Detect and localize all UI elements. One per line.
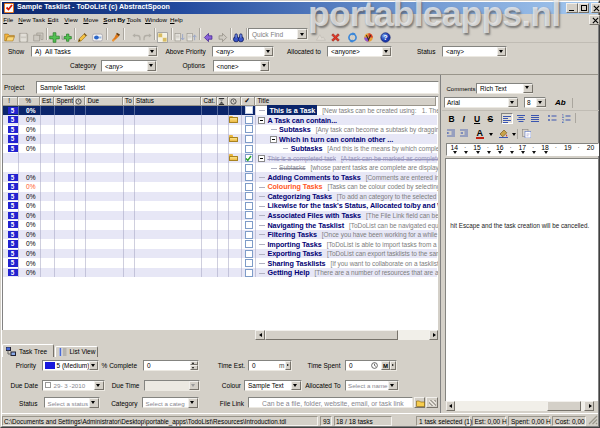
svg-text:2: 2 — [562, 118, 565, 122]
